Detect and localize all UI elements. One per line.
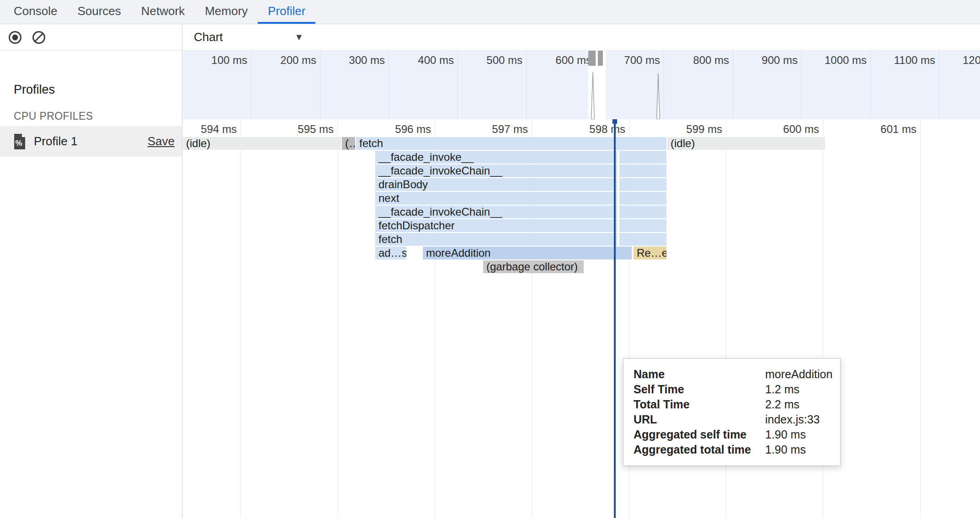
tooltip-row: Aggregated self time1.90 ms (634, 427, 830, 442)
profiles-sidebar: Profiles CPU PROFILES % Profile 1 Save (0, 24, 182, 518)
current-time-line[interactable] (614, 119, 616, 518)
tooltip-value: 1.90 ms (765, 442, 830, 457)
tooltip-value: moreAddition (765, 367, 832, 382)
record-icon (8, 30, 22, 45)
flame-gridline (920, 119, 921, 518)
clear-profiles-button[interactable] (31, 30, 47, 45)
svg-text:%: % (15, 139, 22, 148)
flame-bar-drainbody[interactable]: drainBody (375, 178, 617, 191)
flame-bar-idle[interactable]: (idle) (183, 137, 341, 150)
flame-ruler-label: 594 ms (183, 123, 237, 136)
flame-ruler-label: 597 ms (459, 123, 528, 136)
flame-bar-drainbody[interactable] (619, 178, 666, 191)
overview-tick-label: 1000 ms (798, 54, 867, 67)
tab-profiler[interactable]: Profiler (258, 0, 315, 24)
view-mode-value: Chart (194, 30, 294, 44)
flame-bar-facade-invokechain[interactable]: __facade_invokeChain__ (375, 206, 617, 218)
flame-bar-facade-invokechain[interactable] (619, 164, 666, 177)
flame-bar-fetch[interactable]: fetch (375, 233, 617, 246)
tooltip-row: Aggregated total time1.90 ms (634, 442, 830, 457)
flame-bar-fetchdispatcher[interactable] (619, 219, 666, 232)
cpu-activity-spike (656, 73, 660, 119)
tooltip-row: Total Time2.2 ms (634, 397, 830, 412)
tooltip-row: URLindex.js:33 (634, 412, 830, 427)
tab-console[interactable]: Console (4, 0, 67, 24)
flame-bar-fetchdispatcher[interactable]: fetchDispatcher (375, 219, 617, 232)
overview-tick-label: 300 ms (316, 54, 385, 67)
overview-tick-label: 600 ms (523, 54, 591, 67)
tab-memory[interactable]: Memory (195, 0, 258, 24)
overview-tick-label: 800 ms (660, 54, 729, 67)
record-profile-button[interactable] (7, 30, 23, 45)
overview-tick-label: 400 ms (385, 54, 454, 67)
overview-tick-label: 500 ms (454, 54, 522, 67)
profiles-toolbar (0, 24, 182, 51)
flame-bar-truncated[interactable]: (… (342, 137, 355, 150)
flame-gridline (240, 119, 241, 518)
flame-bar-fetch[interactable] (619, 233, 666, 246)
flame-bar-facade-invokechain[interactable] (619, 206, 666, 218)
tooltip-value: index.js:33 (765, 412, 830, 427)
tooltip-value: 2.2 ms (765, 397, 830, 412)
tooltip-label: Name (634, 367, 765, 382)
flame-bar-idle[interactable]: (idle) (667, 137, 825, 150)
tab-sources[interactable]: Sources (67, 0, 131, 24)
tooltip-label: Self Time (634, 382, 765, 397)
flame-bar-facade-invokechain[interactable]: __facade_invokeChain__ (375, 164, 617, 177)
profiles-title: Profiles (14, 83, 55, 97)
flame-ruler-label: 600 ms (751, 123, 819, 136)
save-profile-link[interactable]: Save (148, 134, 175, 148)
flame-ruler-label: 595 ms (265, 123, 334, 136)
flame-bar-facade-invoke[interactable]: __facade_invoke__ (375, 151, 617, 164)
flame-ruler-label: 599 ms (654, 123, 722, 136)
overview-tick-label: 1200 ms (963, 54, 980, 67)
flame-bar-next[interactable] (619, 192, 666, 205)
flame-bar-facade-invoke[interactable] (619, 151, 666, 164)
flame-bar-next[interactable]: next (375, 192, 617, 205)
profiler-main-panel: Chart ▼ 100 ms200 ms300 ms400 ms500 ms60… (183, 24, 980, 518)
flame-gridline (337, 119, 338, 518)
flame-ruler-label: 596 ms (362, 123, 431, 136)
flame-bar-garbage-collector[interactable]: (garbage collector) (483, 260, 584, 273)
selection-handle[interactable] (598, 51, 603, 66)
tooltip-row: Self Time1.2 ms (634, 382, 830, 397)
cpu-profiles-section-label: CPU PROFILES (14, 110, 93, 122)
flame-bar-addnumbers[interactable]: ad…s (375, 247, 406, 259)
flame-bar-fetch[interactable]: fetch (356, 137, 666, 150)
profile-name: Profile 1 (34, 134, 148, 148)
flame-bar-moreaddition[interactable]: moreAddition (423, 247, 632, 259)
tooltip-value: 1.90 ms (765, 427, 830, 442)
frame-tooltip: NamemoreAdditionSelf Time1.2 msTotal Tim… (623, 358, 841, 466)
overview-tick-label: 1100 ms (867, 54, 935, 67)
tooltip-label: URL (634, 412, 765, 427)
profile-item-profile-1[interactable]: % Profile 1 Save (0, 126, 182, 157)
tooltip-label: Aggregated total time (634, 442, 765, 457)
overview-tick-label: 100 ms (183, 54, 247, 67)
flame-ruler-label: 601 ms (848, 123, 916, 136)
devtools-profiler-panel: ConsoleSourcesNetworkMemoryProfiler Prof… (0, 0, 980, 518)
tooltip-label: Total Time (634, 397, 765, 412)
tab-bar: ConsoleSourcesNetworkMemoryProfiler (0, 0, 980, 24)
overview-gridline (939, 51, 939, 119)
flame-bar-response[interactable]: Re…e (634, 247, 666, 259)
flame-chart: NamemoreAdditionSelf Time1.2 msTotal Tim… (183, 119, 980, 518)
overview-tick-label: 900 ms (729, 54, 798, 67)
selection-handle[interactable] (588, 51, 596, 66)
tooltip-label: Aggregated self time (634, 427, 765, 442)
tab-network[interactable]: Network (131, 0, 195, 24)
timeline-overview[interactable]: 100 ms200 ms300 ms400 ms500 ms600 ms700 … (183, 51, 980, 120)
cpu-activity-spike (591, 71, 595, 119)
tooltip-value: 1.2 ms (765, 382, 830, 397)
clear-icon (32, 30, 46, 45)
chart-toolbar: Chart ▼ (183, 24, 980, 51)
tooltip-row: NamemoreAddition (634, 367, 830, 382)
overview-tick-label: 200 ms (248, 54, 316, 67)
chevron-down-icon: ▼ (294, 32, 304, 42)
view-mode-select[interactable]: Chart ▼ (194, 30, 304, 44)
profile-document-icon: % (13, 133, 27, 150)
